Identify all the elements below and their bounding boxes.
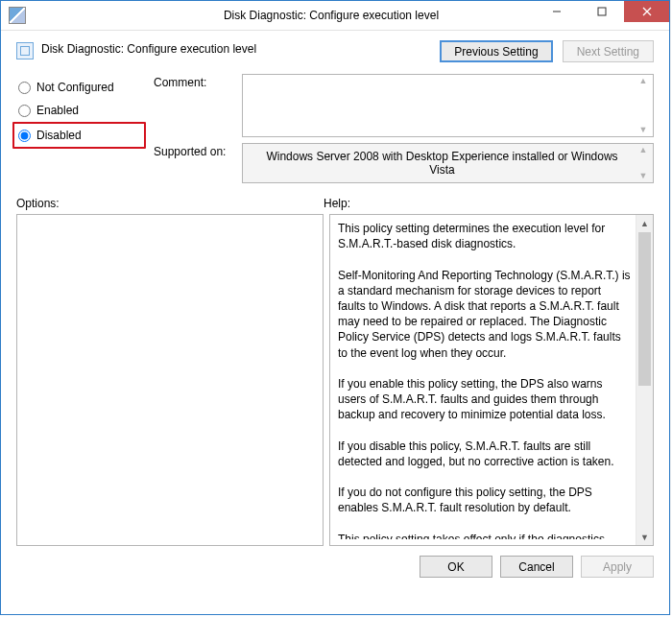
comment-textarea[interactable]: ▲▼ bbox=[242, 74, 654, 137]
help-scrollbar[interactable]: ▲ ▼ bbox=[636, 215, 653, 545]
page-title: Disk Diagnostic: Configure execution lev… bbox=[41, 40, 440, 56]
radio-not-configured-input[interactable] bbox=[18, 82, 31, 94]
maximize-button[interactable] bbox=[579, 1, 624, 22]
window-controls bbox=[534, 1, 669, 22]
dialog-window: Disk Diagnostic: Configure execution lev… bbox=[0, 0, 670, 615]
scroll-thumb[interactable] bbox=[638, 232, 651, 386]
details-column: Comment: ▲▼ Supported on: Windows Server… bbox=[154, 74, 654, 189]
supported-scroll-icon: ▲▼ bbox=[636, 144, 651, 182]
scroll-up-icon[interactable]: ▲ bbox=[636, 215, 653, 231]
next-setting-button[interactable]: Next Setting bbox=[563, 40, 654, 62]
apply-button[interactable]: Apply bbox=[581, 556, 654, 578]
cancel-button[interactable]: Cancel bbox=[500, 556, 573, 578]
previous-setting-button[interactable]: Previous Setting bbox=[440, 40, 552, 62]
minimize-icon bbox=[552, 7, 562, 16]
close-icon bbox=[642, 7, 652, 16]
policy-icon bbox=[16, 42, 34, 59]
radio-enabled-input[interactable] bbox=[18, 105, 31, 117]
titlebar: Disk Diagnostic: Configure execution lev… bbox=[1, 1, 669, 31]
options-label: Options: bbox=[16, 197, 324, 210]
help-label: Help: bbox=[324, 197, 654, 210]
svg-rect-1 bbox=[598, 8, 606, 15]
split-boxes: This policy setting determines the execu… bbox=[1, 214, 669, 546]
radio-not-configured-label: Not Configured bbox=[36, 81, 114, 94]
state-radio-group: Not Configured Enabled Disabled bbox=[16, 74, 146, 189]
supported-row: Supported on: Windows Server 2008 with D… bbox=[154, 143, 654, 183]
app-icon bbox=[9, 7, 26, 24]
split-labels: Options: Help: bbox=[1, 189, 669, 214]
supported-label: Supported on: bbox=[154, 143, 242, 183]
radio-disabled-input[interactable] bbox=[18, 130, 31, 142]
radio-disabled[interactable]: Disabled bbox=[12, 122, 146, 149]
ok-button[interactable]: OK bbox=[420, 556, 492, 578]
config-zone: Not Configured Enabled Disabled Comment:… bbox=[1, 68, 669, 189]
supported-on-text: Windows Server 2008 with Desktop Experie… bbox=[252, 144, 632, 182]
minimize-button[interactable] bbox=[534, 1, 579, 22]
setting-nav: Previous Setting Next Setting bbox=[440, 40, 654, 62]
radio-enabled[interactable]: Enabled bbox=[16, 99, 146, 122]
maximize-icon bbox=[597, 7, 607, 16]
supported-on-box: Windows Server 2008 with Desktop Experie… bbox=[242, 143, 654, 183]
close-button[interactable] bbox=[624, 1, 669, 22]
help-panel: This policy setting determines the execu… bbox=[329, 214, 654, 546]
comment-scroll-icon: ▲▼ bbox=[636, 75, 651, 136]
help-text: This policy setting determines the execu… bbox=[338, 221, 632, 539]
options-panel bbox=[16, 214, 324, 546]
comment-row: Comment: ▲▼ bbox=[154, 74, 654, 137]
header-section: Disk Diagnostic: Configure execution lev… bbox=[1, 31, 669, 68]
radio-disabled-label: Disabled bbox=[36, 129, 82, 142]
scroll-down-icon[interactable]: ▼ bbox=[636, 529, 653, 545]
radio-not-configured[interactable]: Not Configured bbox=[16, 76, 146, 99]
comment-label: Comment: bbox=[154, 74, 242, 137]
radio-enabled-label: Enabled bbox=[36, 104, 79, 117]
dialog-footer: OK Cancel Apply bbox=[1, 546, 669, 589]
